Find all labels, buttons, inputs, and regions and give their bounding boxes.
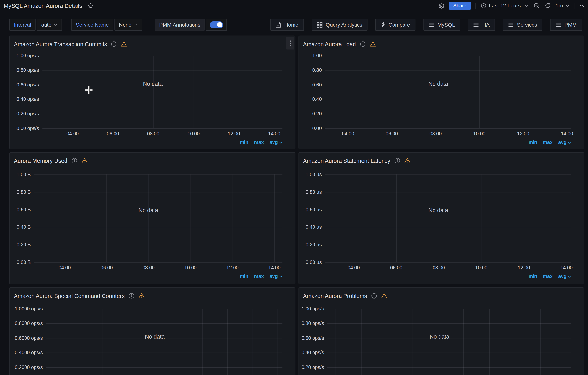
legend-min-link[interactable]: min: [240, 273, 248, 279]
panel-title[interactable]: Amazon Aurora Problems: [303, 292, 367, 299]
plot-area[interactable]: No data: [34, 174, 282, 262]
y-axis-tick: 0.80: [312, 67, 322, 73]
nav-button-services[interactable]: Services: [503, 19, 542, 31]
legend-min-link[interactable]: min: [529, 273, 537, 279]
info-icon[interactable]: [394, 158, 400, 163]
nav-button-ha[interactable]: HA: [468, 19, 495, 31]
legend-min-link[interactable]: min: [529, 139, 537, 145]
gridline-horizontal: [46, 309, 282, 309]
gridline-vertical: [438, 309, 438, 375]
divider: [574, 2, 575, 9]
gridline-horizontal: [327, 309, 571, 309]
nav-button-query-analytics[interactable]: Query Analytics: [312, 19, 368, 31]
gridline-vertical: [177, 309, 178, 375]
y-axis-tick: 0.60 ops/s: [302, 335, 324, 341]
legend-max-link[interactable]: max: [543, 139, 553, 145]
interval-select[interactable]: auto: [37, 19, 62, 31]
hamburger-icon: [473, 22, 479, 27]
panel-title[interactable]: Amazon Aurora Transaction Commits: [14, 41, 107, 47]
panel-title[interactable]: Amazon Aurora Load: [303, 41, 356, 47]
legend-max-link[interactable]: max: [254, 139, 264, 145]
info-icon[interactable]: [71, 158, 77, 163]
y-axis-tick: 1.00 µs: [306, 171, 322, 177]
x-axis-tick: 12:00: [518, 265, 530, 270]
chevron-down-icon: [525, 4, 529, 7]
plot-area[interactable]: No data: [325, 55, 571, 128]
star-icon[interactable]: [87, 2, 94, 9]
warning-icon[interactable]: [404, 158, 410, 163]
gridline-horizontal: [325, 174, 571, 175]
dashboard-title[interactable]: MySQL Amazon Aurora Details: [4, 2, 82, 9]
warning-icon[interactable]: [138, 293, 145, 299]
gridline-horizontal: [325, 114, 571, 114]
gear-icon[interactable]: [438, 2, 444, 9]
warning-icon[interactable]: [81, 158, 88, 163]
info-icon[interactable]: [129, 293, 134, 299]
panel-menu-kebab-icon[interactable]: [286, 37, 294, 49]
legend-avg-link[interactable]: avg: [558, 273, 571, 279]
legend-avg-link[interactable]: avg: [558, 139, 571, 145]
x-axis-tick: 12:00: [517, 131, 529, 137]
panel-aurora-transaction-commits: Amazon Aurora Transaction Commits 1.00 o…: [10, 36, 295, 150]
nav-button-home[interactable]: Home: [271, 19, 304, 31]
share-button[interactable]: Share: [449, 2, 470, 10]
gridline-vertical: [190, 174, 191, 262]
chevron-up-icon[interactable]: [579, 4, 584, 7]
nav-button-pmm[interactable]: PMM: [550, 19, 582, 31]
warning-icon[interactable]: [381, 293, 388, 299]
interval-label: Interval: [10, 19, 36, 31]
info-icon[interactable]: [371, 293, 377, 299]
legend-max-link[interactable]: max: [254, 273, 264, 279]
x-axis-tick: 14:00: [560, 265, 573, 270]
gridline-vertical: [479, 55, 480, 128]
y-axis-tick: 0.40 B: [17, 224, 31, 230]
gridline-vertical: [152, 309, 152, 375]
gridline-vertical: [567, 55, 567, 128]
nav-button-compare[interactable]: Compare: [375, 19, 415, 31]
plot-area[interactable]: No data: [325, 174, 571, 262]
chevron-down-icon: [134, 23, 137, 26]
chevron-down-icon: [568, 275, 571, 277]
legend-avg-link[interactable]: avg: [269, 273, 282, 279]
gridline-vertical: [515, 309, 515, 375]
file-icon: [276, 22, 281, 28]
y-axis-tick: 0.40 ops/s: [16, 96, 39, 102]
legend-max-link[interactable]: max: [543, 273, 553, 279]
time-range-picker[interactable]: Last 12 hours: [481, 2, 529, 9]
panel-title[interactable]: Amazon Aurora Statement Latency: [303, 157, 390, 164]
grid-icon: [317, 22, 322, 28]
panel-aurora-load: Amazon Aurora Load 1.000.800.600.400.200…: [298, 36, 584, 150]
refresh-interval-picker[interactable]: 1m: [556, 2, 569, 9]
gridline-vertical: [102, 309, 102, 375]
gridline-horizontal: [34, 192, 282, 193]
gridline-vertical: [481, 174, 482, 262]
y-axis-tick: 0.00: [312, 126, 322, 131]
zoom-out-icon[interactable]: [534, 2, 540, 9]
pmm-annotations-label: PMM Annotations: [155, 19, 205, 31]
x-axis-tick: 14:00: [268, 131, 280, 137]
warning-icon[interactable]: [370, 41, 376, 47]
x-axis-tick: 06:00: [107, 131, 119, 137]
y-axis-tick: 0.60: [312, 82, 322, 87]
pmm-annotations-toggle[interactable]: [206, 19, 227, 31]
legend: min max avg: [325, 273, 571, 279]
plot-area[interactable]: No data: [46, 309, 282, 375]
panel-aurora-special-command-counters: Amazon Aurora Special Command Counters 1…: [10, 287, 295, 375]
chevron-down-icon: [54, 23, 57, 26]
nav-button-mysql[interactable]: MySQL: [423, 19, 460, 31]
gridline-horizontal: [34, 227, 282, 227]
info-icon[interactable]: [360, 41, 366, 47]
plot-area[interactable]: No data: [42, 55, 282, 128]
panel-title[interactable]: Aurora Memory Used: [14, 157, 67, 164]
info-icon[interactable]: [111, 41, 117, 47]
plot-area[interactable]: No data: [327, 309, 571, 375]
gridline-horizontal: [34, 262, 282, 263]
warning-icon[interactable]: [121, 41, 127, 47]
gridline-horizontal: [42, 99, 282, 100]
refresh-icon[interactable]: [545, 2, 551, 9]
legend-min-link[interactable]: min: [240, 139, 248, 145]
service-name-select[interactable]: None: [115, 19, 142, 31]
legend-avg-link[interactable]: avg: [269, 139, 282, 145]
y-axis: 1.00 µs0.80 µs0.60 µs0.40 µs0.20 µs0.00 …: [302, 174, 325, 262]
panel-title[interactable]: Amazon Aurora Special Command Counters: [14, 292, 125, 299]
